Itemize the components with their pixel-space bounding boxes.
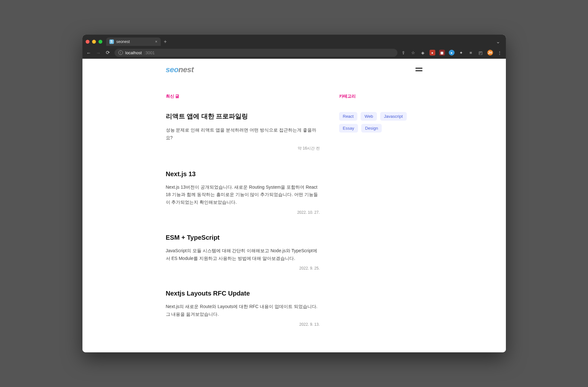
window-close-button[interactable] [86,40,89,44]
post-item: ESM + TypeScript JavaScript의 모듈 시스템에 대해 … [166,234,320,271]
post-item: 리액트 앱에 대한 프로파일링 성능 문제로 인해 리액트 앱을 분석하려면 어… [166,112,320,151]
posts-column: 최신 글 리액트 앱에 대한 프로파일링 성능 문제로 인해 리액트 앱을 분석… [166,93,320,346]
post-date: 2022. 9. 13. [166,322,320,327]
new-tab-button[interactable]: + [161,39,170,45]
extension-badge-2[interactable]: ▦ [439,50,445,56]
main-content: 최신 글 리액트 앱에 대한 프로파일링 성능 문제로 인해 리액트 앱을 분석… [166,93,422,346]
post-date: 2022. 10. 27. [166,210,320,215]
page-container: seonest 최신 글 리액트 앱에 대한 프로파일링 성능 문제로 인해 리… [166,59,422,352]
browser-menu-icon[interactable]: ⋮ [497,50,503,56]
sidebar-column: 카테고리 React Web Javascript Essay Design [339,93,413,346]
site-logo[interactable]: seonest [166,65,194,74]
menu-button[interactable] [415,68,422,71]
toolbar-icons: ⇧ ☆ ◈ ● ▦ ● ✦ ≡ ◰ JH ⋮ [401,50,503,56]
browser-window: S seonest × + ⌄ ← → ⟳ i localhost:3001 ⇧… [82,35,506,352]
site-header: seonest [166,65,422,81]
site-info-icon[interactable]: i [118,50,123,55]
logo-part-nest: nest [178,65,193,74]
tab-bar: S seonest × + ⌄ [82,35,506,47]
categories-section-label: 카테고리 [339,93,413,99]
post-item: Nextjs Layouts RFC Update Next.js의 새로운 R… [166,290,320,327]
logo-part-seo: seo [166,65,179,74]
extension-badge-3[interactable]: ● [449,50,455,56]
profile-avatar[interactable]: JH [487,50,493,56]
post-title[interactable]: Next.js 13 [166,170,320,178]
window-minimize-button[interactable] [92,40,96,44]
page-content: seonest 최신 글 리액트 앱에 대한 프로파일링 성능 문제로 인해 리… [82,59,506,352]
tabs-dropdown-icon[interactable]: ⌄ [493,39,503,45]
url-host: localhost [125,50,142,55]
post-item: Next.js 13 Next.js 13버전이 공개되었습니다. 새로운 Ro… [166,170,320,215]
share-icon[interactable]: ⇧ [401,50,406,56]
category-tag[interactable]: Web [361,112,377,121]
hamburger-line-icon [415,68,422,69]
category-tags: React Web Javascript Essay Design [339,112,413,133]
post-excerpt: Next.js 13버전이 공개되었습니다. 새로운 Routing Syste… [166,184,320,206]
browser-tab[interactable]: S seonest × [106,38,161,46]
posts-section-label: 최신 글 [166,93,320,99]
extensions-icon[interactable]: ✦ [458,50,464,56]
tab-favicon-icon: S [109,39,114,44]
browser-chrome: S seonest × + ⌄ ← → ⟳ i localhost:3001 ⇧… [82,35,506,59]
address-bar: ← → ⟳ i localhost:3001 ⇧ ☆ ◈ ● ▦ ● ✦ ≡ ◰… [82,47,506,59]
reload-button[interactable]: ⟳ [105,50,111,56]
post-title[interactable]: 리액트 앱에 대한 프로파일링 [166,112,320,121]
extension-badge-1[interactable]: ● [430,50,435,56]
extension-icon[interactable]: ◈ [420,50,426,56]
tab-close-icon[interactable]: × [155,39,157,44]
post-excerpt: Next.js의 새로운 Route와 Layouts에 대한 RFC 내용이 … [166,303,320,318]
category-tag[interactable]: React [339,112,358,121]
panel-icon[interactable]: ◰ [478,50,483,56]
url-port: :3001 [144,50,155,55]
bookmark-icon[interactable]: ☆ [410,50,416,56]
reading-list-icon[interactable]: ≡ [468,50,474,56]
window-maximize-button[interactable] [98,40,102,44]
forward-button[interactable]: → [95,50,102,56]
post-date: 2022. 9. 25. [166,266,320,271]
category-tag[interactable]: Essay [339,124,358,133]
post-date: 약 16시간 전 [166,146,320,151]
tab-title: seonest [116,39,153,44]
category-tag[interactable]: Javascript [380,112,407,121]
post-excerpt: JavaScript의 모듈 시스템에 대해 간단히 이해해보고 Node.js… [166,247,320,262]
post-title[interactable]: Nextjs Layouts RFC Update [166,290,320,297]
url-input[interactable]: i localhost:3001 [115,49,397,57]
category-tag[interactable]: Design [361,124,382,133]
window-controls [86,40,102,44]
post-title[interactable]: ESM + TypeScript [166,234,320,241]
post-excerpt: 성능 문제로 인해 리액트 앱을 분석하려면 어떤 방식으로 접근하는게 좋을까… [166,126,320,142]
back-button[interactable]: ← [86,50,92,56]
hamburger-line-icon [415,70,422,71]
